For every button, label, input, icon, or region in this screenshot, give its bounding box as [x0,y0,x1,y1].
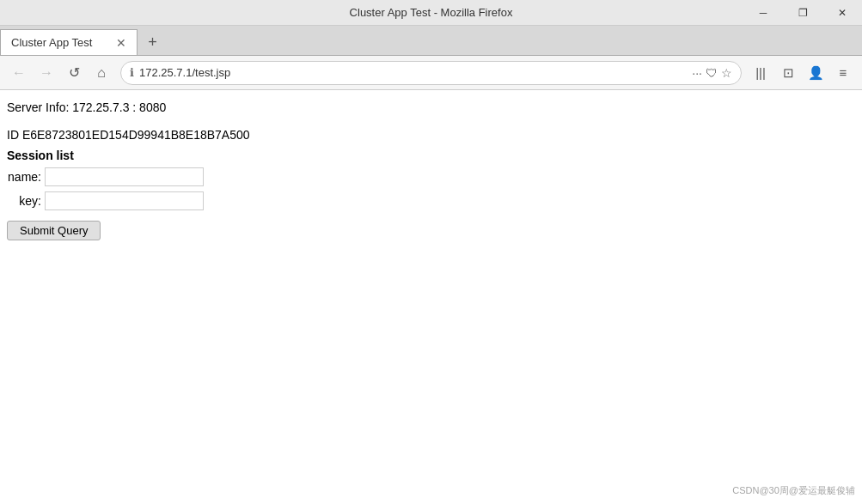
window-title: Cluster App Test - Mozilla Firefox [350,6,513,19]
account-button[interactable]: 👤 [804,61,828,85]
session-id: ID E6E8723801ED154D99941B8E18B7A500 [7,128,855,142]
reload-button[interactable]: ↺ [62,61,86,85]
key-label: key: [7,194,41,208]
bookmark-icon[interactable]: ☆ [721,66,732,80]
page-content: Server Info: 172.25.7.3 : 8080 ID E6E872… [0,90,862,504]
forward-button[interactable]: → [34,61,58,85]
navbar: ← → ↺ ⌂ ℹ 172.25.7.1/test.jsp ··· 🛡 ☆ ||… [0,56,862,90]
titlebar: Cluster App Test - Mozilla Firefox ─ ❐ ✕ [0,0,862,26]
name-row: name: [7,167,855,186]
session-id-text: ID E6E8723801ED154D99941B8E18B7A500 [7,128,250,142]
tab-label: Cluster App Test [11,36,92,49]
info-icon: ℹ [130,66,134,79]
key-row: key: [7,191,855,210]
dots-button[interactable]: ··· [692,66,702,80]
watermark: CSDN@30周@爱运最艇俊辅 [732,484,855,497]
address-text: 172.25.7.1/test.jsp [139,66,687,79]
server-info: Server Info: 172.25.7.3 : 8080 [7,100,855,114]
browser-tab[interactable]: Cluster App Test ✕ [0,29,138,55]
address-actions: ··· 🛡 ☆ [692,66,732,80]
sidebar-button[interactable]: ⊡ [776,61,800,85]
back-button[interactable]: ← [7,61,31,85]
restore-button[interactable]: ❐ [783,0,822,26]
address-bar[interactable]: ℹ 172.25.7.1/test.jsp ··· 🛡 ☆ [120,61,742,85]
menu-button[interactable]: ≡ [831,61,855,85]
key-input[interactable] [45,191,204,210]
watermark-text: CSDN@30周@爱运最艇俊辅 [732,485,855,495]
library-button[interactable]: ||| [749,61,773,85]
close-button[interactable]: ✕ [822,0,862,26]
name-label: name: [7,170,41,184]
window-controls: ─ ❐ ✕ [743,0,862,25]
name-input[interactable] [45,167,204,186]
tab-close-button[interactable]: ✕ [116,36,126,50]
minimize-button[interactable]: ─ [743,0,783,26]
server-info-text: Server Info: 172.25.7.3 : 8080 [7,100,166,114]
home-button[interactable]: ⌂ [89,61,113,85]
nav-right-buttons: ||| ⊡ 👤 ≡ [749,61,855,85]
new-tab-button[interactable]: + [138,29,168,55]
tabbar: Cluster App Test ✕ + [0,26,862,56]
submit-button[interactable]: Submit Query [7,221,101,240]
submit-row: Submit Query [7,216,855,240]
session-list-label: Session list [7,149,855,162]
shield-icon[interactable]: 🛡 [706,66,718,80]
